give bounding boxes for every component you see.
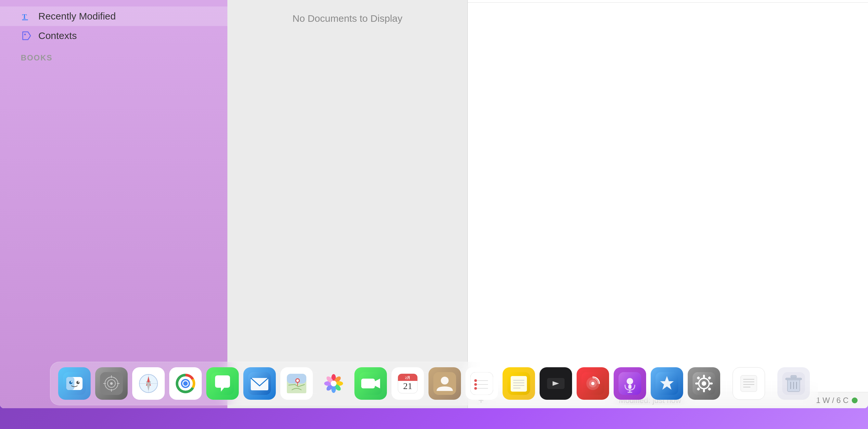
svg-point-89 bbox=[702, 381, 706, 386]
dock-item-contacts[interactable] bbox=[429, 367, 461, 400]
editor-top-bar bbox=[468, 0, 868, 3]
dock-item-photos[interactable] bbox=[317, 367, 350, 400]
svg-point-80 bbox=[591, 382, 594, 385]
svg-point-67 bbox=[474, 383, 477, 386]
svg-rect-92 bbox=[695, 382, 699, 385]
text-edit-icon: T bbox=[21, 10, 32, 22]
svg-point-60 bbox=[441, 377, 448, 385]
dock-item-launchpad[interactable] bbox=[95, 367, 128, 400]
dock-item-chrome[interactable] bbox=[169, 367, 202, 400]
svg-text:2月: 2月 bbox=[405, 376, 411, 379]
svg-point-13 bbox=[110, 382, 113, 385]
svg-rect-70 bbox=[511, 376, 527, 392]
svg-rect-83 bbox=[628, 385, 631, 389]
recently-modified-label: Recently Modified bbox=[38, 11, 116, 22]
dock-item-music[interactable] bbox=[577, 367, 609, 400]
dock-item-facetime[interactable] bbox=[354, 367, 387, 400]
dock-item-finder[interactable] bbox=[58, 367, 91, 400]
sidebar-item-contexts[interactable]: Contexts bbox=[0, 26, 227, 45]
svg-point-49 bbox=[331, 380, 337, 387]
dock-item-mail[interactable] bbox=[243, 367, 276, 400]
svg-point-6 bbox=[69, 381, 72, 384]
dock-item-podcasts[interactable] bbox=[614, 367, 646, 400]
dock-item-maps[interactable] bbox=[280, 367, 313, 400]
dock-area: 2月 21 bbox=[0, 344, 868, 429]
svg-text:T: T bbox=[22, 12, 27, 21]
dock: 2月 21 bbox=[50, 362, 818, 405]
editor-content[interactable] bbox=[468, 3, 868, 392]
dock-item-calendar[interactable]: 2月 21 bbox=[392, 367, 424, 400]
svg-point-9 bbox=[78, 381, 79, 382]
svg-point-8 bbox=[76, 381, 80, 384]
svg-text:21: 21 bbox=[403, 381, 412, 391]
no-documents-label: No Documents to Display bbox=[292, 13, 402, 24]
dock-item-appstore[interactable] bbox=[651, 367, 683, 400]
svg-rect-91 bbox=[703, 389, 705, 392]
dock-item-trash[interactable] bbox=[777, 367, 810, 400]
svg-point-38 bbox=[296, 379, 299, 382]
sidebar-item-recently-modified[interactable]: T Recently Modified bbox=[0, 6, 227, 26]
dock-item-safari[interactable] bbox=[132, 367, 165, 400]
svg-rect-107 bbox=[791, 375, 797, 378]
dock-item-reminders[interactable] bbox=[466, 367, 498, 400]
dock-item-notes[interactable] bbox=[502, 367, 535, 400]
dock-item-sysprefs[interactable] bbox=[688, 367, 720, 400]
dock-item-messages[interactable] bbox=[206, 367, 239, 400]
books-section-label: BOOKS bbox=[0, 45, 227, 65]
dock-item-appletv[interactable] bbox=[539, 367, 572, 400]
svg-rect-106 bbox=[785, 378, 802, 380]
dock-separator bbox=[726, 372, 727, 395]
svg-point-7 bbox=[71, 381, 72, 382]
dock-separator-2 bbox=[771, 372, 772, 395]
svg-rect-93 bbox=[710, 382, 713, 385]
svg-point-82 bbox=[627, 378, 633, 385]
tag-icon bbox=[21, 30, 32, 41]
svg-rect-51 bbox=[361, 379, 375, 388]
svg-point-66 bbox=[474, 379, 477, 382]
svg-point-68 bbox=[474, 387, 477, 390]
dock-item-draft[interactable] bbox=[733, 367, 765, 400]
contexts-label: Contexts bbox=[38, 30, 77, 41]
svg-point-29 bbox=[183, 381, 188, 386]
svg-rect-99 bbox=[741, 375, 757, 392]
svg-rect-90 bbox=[703, 375, 705, 378]
svg-point-2 bbox=[24, 34, 26, 35]
